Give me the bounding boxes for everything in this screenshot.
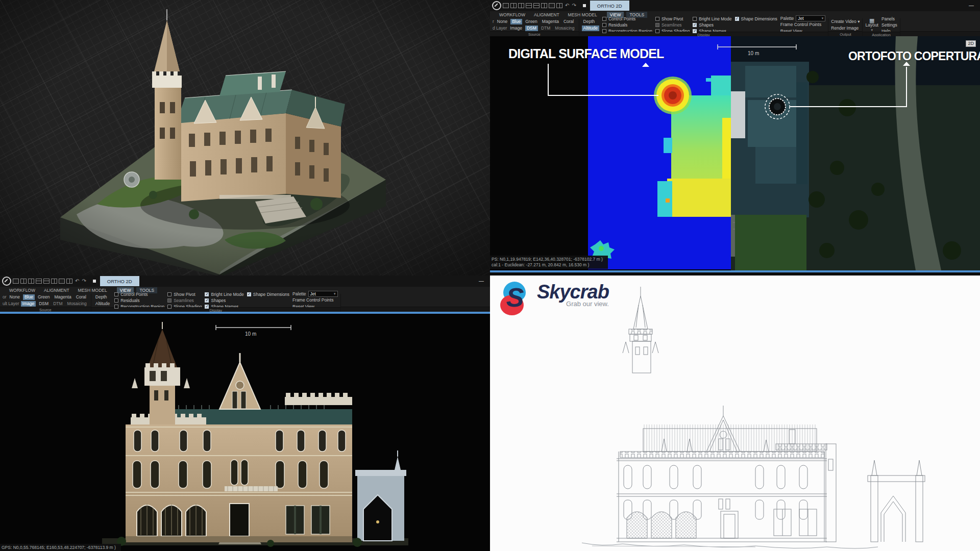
ribbon-tab-workflow[interactable]: WORKFLOW (6, 287, 38, 293)
redo-icon[interactable]: ↷ (572, 3, 576, 8)
app-logo-icon[interactable] (2, 277, 11, 286)
window-layout-icon[interactable] (510, 3, 517, 8)
mode-depth[interactable]: Depth (582, 19, 599, 24)
ribbon: or None Blue Green Magenta Coral ult Lay… (0, 294, 490, 313)
render-image-button[interactable]: Render Image (831, 26, 860, 31)
checkbox-control-points[interactable]: Control Points (114, 292, 164, 297)
palette-select[interactable]: Jet▾ (308, 291, 338, 297)
status-bar: GPS: N0,0,55.768145; E160,53,48.224707; … (0, 544, 121, 551)
tab-ortho-2d[interactable]: ORTHO 2D (590, 1, 629, 11)
view-mode-badge[interactable]: 2D (966, 40, 976, 47)
option-mosaicing[interactable]: Mosaicing (553, 26, 576, 31)
checkbox-show-pivot[interactable]: Show Pivot (655, 16, 690, 21)
undo-icon[interactable]: ↶ (565, 3, 569, 8)
window-layout-icon[interactable] (59, 279, 65, 284)
window-layout-icon[interactable] (549, 3, 555, 8)
checkbox-shape-dimensions[interactable]: Shape Dimensions (247, 292, 289, 297)
undo-icon[interactable]: ↶ (75, 279, 79, 284)
window-layout-icon[interactable] (556, 3, 562, 8)
window-layout-icon[interactable] (541, 3, 547, 8)
window-layout-icon[interactable] (36, 279, 42, 284)
mode-depth[interactable]: Depth (94, 294, 111, 300)
checkbox-residuals[interactable]: Residuals (602, 22, 652, 28)
window-layout-icon[interactable] (526, 3, 532, 8)
dsm-ortho-viewport[interactable]: 10 m DIGITAL SURFACE MODEL ORTOFOTO COPE… (490, 36, 980, 270)
3d-model-viewport[interactable] (0, 0, 490, 276)
tab-pin-icon[interactable] (93, 280, 96, 283)
checkbox-bright-line-mode[interactable]: Bright Line Mode (693, 16, 731, 21)
frame-control-points-button[interactable]: Frame Control Points (292, 297, 337, 303)
option-dsm[interactable]: DSM (37, 301, 50, 307)
status-euclidean: cal:1 - Euclidean: -27.271 m, 20.842 m, … (492, 262, 603, 268)
option-coral[interactable]: Coral (562, 19, 575, 24)
option-mosaicing[interactable]: Mosaicing (66, 301, 88, 307)
ribbon-tab-alignment[interactable]: ALIGNMENT (531, 12, 562, 18)
checkbox-seamlines[interactable]: Seamlines (655, 22, 690, 28)
mode-altitude[interactable]: Altitude (94, 301, 111, 307)
checkbox-seamlines[interactable]: Seamlines (167, 298, 202, 303)
window-layout-icon[interactable] (13, 279, 19, 284)
source-row1-fragment: r (493, 19, 494, 24)
redo-icon[interactable]: ↷ (82, 279, 86, 284)
option-image[interactable]: Image (508, 26, 524, 31)
screenshot-montage: ↶ ↷ ORTHO 2D — WORKFLOW ALIGNMENT MESH M… (0, 0, 980, 551)
option-blue[interactable]: Blue (23, 294, 35, 300)
elevation-drawing-panel: S Skycrab Grab our view. (490, 276, 980, 551)
option-magenta[interactable]: Magenta (53, 294, 73, 300)
checkbox-shapes[interactable]: Shapes (205, 298, 243, 303)
option-blue[interactable]: Blue (510, 19, 522, 24)
window-layout-icon[interactable] (51, 279, 57, 284)
window-tab-bar: ↶ ↷ ORTHO 2D — (0, 276, 490, 287)
window-layout-icon[interactable] (43, 279, 50, 284)
option-green[interactable]: Green (524, 19, 539, 24)
settings-button[interactable]: Settings (881, 22, 897, 28)
window-layout-icon[interactable] (518, 3, 524, 8)
option-coral[interactable]: Coral (75, 294, 88, 300)
window-layout-icon[interactable] (66, 279, 72, 284)
ribbon-tab-row: WORKFLOW ALIGNMENT MESH MODEL VIEW TOOLS (0, 287, 490, 294)
ribbon-tab-mesh-model[interactable]: MESH MODEL (565, 12, 600, 18)
facade-ortho-viewport[interactable]: 10 m (0, 314, 490, 551)
checkbox-control-points[interactable]: Control Points (602, 16, 652, 21)
minimize-button[interactable]: — (966, 3, 977, 8)
ribbon-group-application: ▦ Layout ▾ Panels Settings Help Applicat… (863, 18, 900, 37)
chevron-down-icon: ▾ (857, 19, 860, 24)
option-image[interactable]: Image (21, 301, 36, 307)
ribbon-tab-mesh-model[interactable]: MESH MODEL (75, 287, 110, 293)
checkbox-bright-line-mode[interactable]: Bright Line Mode (205, 292, 243, 297)
tab-pin-icon[interactable] (583, 4, 586, 7)
checkbox-shape-dimensions[interactable]: Shape Dimensions (735, 16, 777, 21)
window-layout-icon[interactable] (28, 279, 34, 284)
window-layout-icon[interactable] (533, 3, 540, 8)
option-green[interactable]: Green (36, 294, 52, 300)
option-none[interactable]: None (8, 294, 21, 300)
option-dtm[interactable]: DTM (540, 26, 552, 31)
facade-orthophoto: 10 m (0, 314, 490, 551)
mode-altitude[interactable]: Altitude (582, 26, 599, 31)
minimize-button[interactable]: — (476, 279, 487, 284)
app-logo-icon[interactable] (492, 1, 501, 10)
ribbon-tab-workflow[interactable]: WORKFLOW (496, 12, 528, 18)
ribbon-group-display: Depth Altitude Control Points Residuals … (91, 294, 341, 313)
palette-label: Palette (780, 16, 794, 21)
source-row2-fragment: ult Layer (3, 301, 19, 306)
window-layout-icon[interactable] (503, 3, 509, 8)
ortho-dsm-panel: ↶ ↷ ORTHO 2D — WORKFLOW ALIGNMENT MESH M… (490, 0, 980, 276)
panels-button[interactable]: Panels (881, 16, 897, 22)
checkbox-residuals[interactable]: Residuals (114, 298, 164, 303)
window-layout-icon[interactable] (20, 279, 27, 284)
option-dsm[interactable]: DSM (525, 26, 538, 31)
create-video-button[interactable]: Create Video ▾ (831, 19, 860, 24)
option-none[interactable]: None (496, 19, 509, 24)
checkbox-shapes[interactable]: Shapes (693, 22, 731, 28)
ribbon-tab-alignment[interactable]: ALIGNMENT (41, 287, 72, 293)
checkbox-show-pivot[interactable]: Show Pivot (167, 292, 202, 297)
palette-select[interactable]: Jet▾ (796, 15, 825, 21)
option-dtm[interactable]: DTM (52, 301, 64, 307)
ribbon-group-output: Create Video ▾ Render Image Output (828, 18, 863, 37)
frame-control-points-button[interactable]: Frame Control Points (780, 22, 825, 28)
focus-border (490, 270, 980, 272)
option-magenta[interactable]: Magenta (541, 19, 560, 24)
layout-button[interactable]: ▦ Layout ▾ (865, 18, 878, 32)
tab-ortho-2d[interactable]: ORTHO 2D (100, 276, 139, 286)
